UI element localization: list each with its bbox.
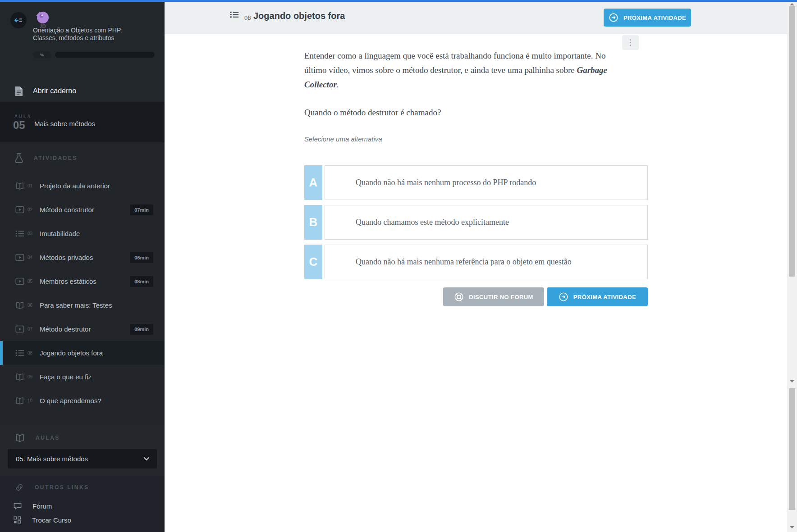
activity-label: Faça o que eu fiz bbox=[40, 373, 92, 381]
scroll-down-arrow[interactable] bbox=[790, 380, 794, 382]
aulas-section: AULAS 05. Mais sobre métodos bbox=[0, 425, 165, 476]
duration-badge: 09min bbox=[130, 324, 153, 335]
lesson-title: Mais sobre métodos bbox=[34, 120, 95, 127]
aulas-header-label: AULAS bbox=[36, 435, 60, 441]
video-icon bbox=[15, 254, 25, 261]
paragraph-text: Entender como a linguagem que você está … bbox=[304, 51, 605, 75]
link-chain-icon bbox=[15, 483, 24, 492]
arrow-right-circle-icon bbox=[609, 13, 618, 23]
scroll-down-arrow-bottom[interactable] bbox=[790, 526, 794, 528]
activity-number: 01 bbox=[27, 183, 36, 188]
next-activity-button-bottom[interactable]: PRÓXIMA ATIVIDADE bbox=[547, 287, 648, 306]
lesson-select-dropdown[interactable]: 05. Mais sobre métodos bbox=[8, 449, 157, 468]
activity-number: 10 bbox=[27, 398, 36, 403]
activity-number: 08 bbox=[27, 350, 36, 355]
collapse-sidebar-button[interactable] bbox=[10, 12, 27, 28]
question-paragraph: Entender como a linguagem que você está … bbox=[304, 49, 616, 92]
book-icon bbox=[15, 397, 25, 405]
grid-icon bbox=[14, 516, 21, 524]
option-letter-tile: C bbox=[304, 245, 322, 279]
open-notebook-button[interactable]: Abrir caderno bbox=[0, 80, 165, 102]
activity-header-bar: 08 Jogando objetos fora PRÓXIMA ATIVIDAD… bbox=[165, 2, 787, 34]
other-links-header-label: OUTROS LINKS bbox=[35, 484, 89, 491]
aulas-header: AULAS bbox=[0, 425, 165, 450]
option-letter-tile: A bbox=[304, 165, 322, 200]
activity-label: Jogando objetos fora bbox=[40, 349, 103, 357]
activity-label: Membros estáticos bbox=[40, 277, 96, 285]
lesson-select-value: 05. Mais sobre métodos bbox=[16, 455, 143, 463]
answer-option-b[interactable]: B Quando chamamos este método explicitam… bbox=[304, 205, 648, 240]
change-course-link[interactable]: Trocar Curso bbox=[0, 513, 165, 527]
arrow-right-circle-icon bbox=[559, 292, 568, 302]
activity-item-10[interactable]: 10 O que aprendemos? bbox=[0, 389, 165, 413]
chevron-down-icon bbox=[143, 457, 150, 461]
activity-item-09[interactable]: 09 Faça o que eu fiz bbox=[0, 365, 165, 389]
activities-section: ATIVIDADES 01 Projeto da aula anterior 0… bbox=[0, 142, 165, 425]
video-icon bbox=[15, 277, 25, 285]
scrollbar-thumb[interactable] bbox=[789, 6, 795, 277]
video-icon bbox=[15, 325, 25, 333]
lesson-kicker: AULA bbox=[14, 114, 32, 119]
current-lesson-block: AULA 05 Mais sobre métodos bbox=[0, 102, 165, 142]
open-book-icon bbox=[15, 434, 25, 442]
question-prompt: Quando o método destrutor é chamado? bbox=[304, 108, 441, 118]
vertical-scrollbar[interactable] bbox=[787, 2, 797, 532]
course-progress: % bbox=[33, 51, 155, 58]
forum-link[interactable]: Fórum bbox=[0, 499, 165, 513]
activity-number: 02 bbox=[27, 207, 36, 212]
flask-icon bbox=[15, 153, 23, 163]
activity-item-01[interactable]: 01 Projeto da aula anterior bbox=[0, 174, 165, 198]
activity-title: Jogando objetos fora bbox=[253, 11, 345, 21]
activity-label: Para saber mais: Testes bbox=[40, 301, 112, 309]
activity-item-05[interactable]: 05 Membros estáticos 08min bbox=[0, 269, 165, 293]
activity-label: Métodos privados bbox=[40, 254, 93, 261]
open-notebook-label: Abrir caderno bbox=[33, 87, 76, 95]
select-alternative-hint: Selecione uma alternativa bbox=[304, 135, 382, 143]
forum-link-label: Fórum bbox=[32, 502, 52, 510]
duration-badge: 06min bbox=[130, 252, 153, 263]
activity-item-07[interactable]: 07 Método destrutor 09min bbox=[0, 317, 165, 341]
activity-number: 09 bbox=[27, 374, 36, 379]
question-actions: DISCUTIR NO FORUM PRÓXIMA ATIVIDADE bbox=[304, 287, 648, 306]
list-icon bbox=[15, 349, 25, 357]
discuss-forum-label: DISCUTIR NO FORUM bbox=[469, 294, 533, 300]
answer-option-a[interactable]: A Quando não há mais nenhum processo do … bbox=[304, 165, 648, 200]
activity-item-03[interactable]: 03 Imutabilidade bbox=[0, 222, 165, 246]
next-activity-label: PRÓXIMA ATIVIDADE bbox=[573, 294, 636, 300]
activity-item-04[interactable]: 04 Métodos privados 06min bbox=[0, 246, 165, 269]
option-text: Quando não há mais nenhum processo do PH… bbox=[356, 178, 536, 187]
activity-label: Método destrutor bbox=[40, 325, 91, 333]
activity-label: Projeto da aula anterior bbox=[40, 182, 110, 190]
duration-badge: 07min bbox=[130, 205, 153, 215]
activities-header-label: ATIVIDADES bbox=[34, 155, 78, 161]
activity-label: Imutabilidade bbox=[40, 230, 80, 237]
list-icon bbox=[15, 230, 25, 237]
activity-item-06[interactable]: 06 Para saber mais: Testes bbox=[0, 293, 165, 317]
activity-item-02[interactable]: 02 Método construtor 07min bbox=[0, 198, 165, 222]
option-text: Quando não há mais nenhuma referência pa… bbox=[356, 257, 572, 267]
discuss-forum-button[interactable]: DISCUTIR NO FORUM bbox=[443, 287, 544, 306]
lifebuoy-icon bbox=[454, 292, 464, 302]
course-sidebar: Orientação a Objetos com PHP: Classes, m… bbox=[0, 2, 165, 532]
scroll-up-arrow[interactable] bbox=[790, 3, 794, 5]
activity-number: 05 bbox=[27, 279, 36, 284]
activity-number: 07 bbox=[27, 327, 36, 332]
collapse-arrow-icon bbox=[14, 16, 23, 25]
video-icon bbox=[15, 206, 25, 214]
progress-percent-badge: % bbox=[33, 51, 51, 58]
scrollbar-thumb-lower[interactable] bbox=[789, 388, 795, 510]
option-text: Quando chamamos este método explicitamen… bbox=[356, 218, 509, 227]
question-content-area: Entender como a linguagem que você está … bbox=[165, 34, 787, 532]
document-icon bbox=[15, 86, 23, 96]
activity-label: O que aprendemos? bbox=[40, 397, 101, 405]
answer-option-c[interactable]: C Quando não há mais nenhuma referência … bbox=[304, 245, 648, 279]
activity-item-08-active[interactable]: 08 Jogando objetos fora bbox=[0, 341, 165, 365]
option-box: Quando não há mais nenhuma referência pa… bbox=[325, 245, 648, 279]
kebab-menu-button[interactable] bbox=[622, 35, 639, 50]
duration-badge: 08min bbox=[130, 276, 153, 287]
lesson-number: 05 bbox=[13, 119, 25, 132]
next-activity-button-top[interactable]: PRÓXIMA ATIVIDADE bbox=[604, 9, 691, 27]
option-box: Quando chamamos este método explicitamen… bbox=[325, 205, 648, 240]
activity-index: 08 bbox=[244, 14, 251, 21]
progress-bar bbox=[55, 52, 155, 58]
